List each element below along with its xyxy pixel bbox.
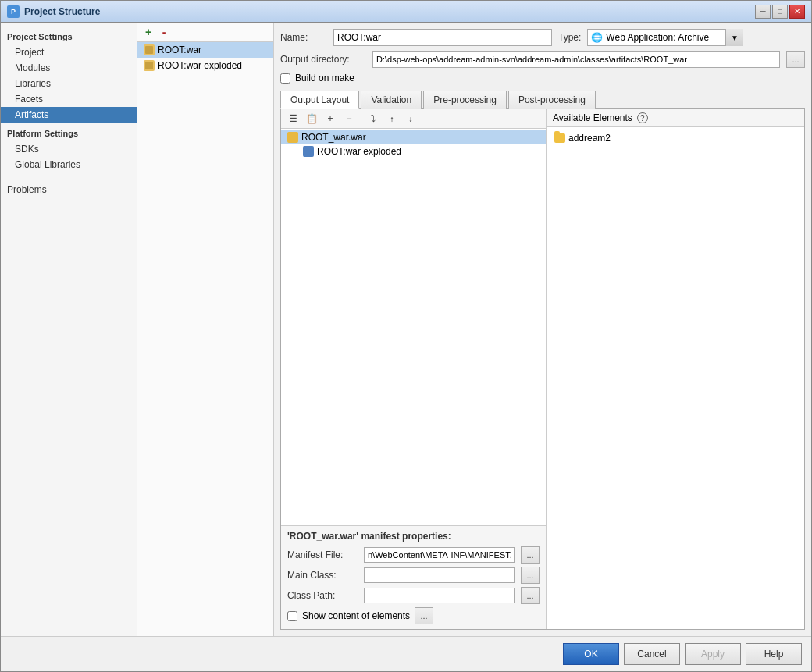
show-content-tree-button[interactable]: ☰ [284, 111, 301, 126]
type-dropdown-text: 🌐 Web Application: Archive [588, 32, 725, 43]
show-content-checkbox[interactable] [287, 611, 297, 621]
ok-button[interactable]: OK [563, 643, 619, 665]
tree-panel: ☰ 📋 + − ⤵ ↑ ↓ ROOT_war.war [281, 109, 547, 629]
class-path-browse-button[interactable]: ... [521, 587, 540, 604]
help-icon[interactable]: ? [637, 112, 648, 123]
tree-content: ROOT_war.war ROOT:war exploded [281, 129, 546, 525]
available-item-addream2[interactable]: addream2 [550, 130, 801, 146]
manifest-file-row: Manifest File: ... [287, 546, 540, 564]
remove-element-button[interactable]: − [340, 111, 358, 126]
project-structure-window: P Project Structure ─ □ ✕ Project Settin… [0, 0, 812, 672]
class-path-label: Class Path: [287, 590, 358, 601]
window-title: Project Structure [24, 6, 755, 17]
show-content-button[interactable]: ... [415, 607, 433, 624]
manifest-section: 'ROOT_war.war' manifest properties: Mani… [281, 525, 546, 629]
available-elements-panel: Available Elements ? addream2 [547, 109, 804, 629]
manifest-file-browse-button[interactable]: ... [521, 546, 540, 564]
tab-output-layout[interactable]: Output Layout [280, 91, 359, 109]
move-down-button[interactable]: ↓ [402, 111, 419, 126]
main-panel: Name: Type: 🌐 Web Application: Archive ▼… [274, 23, 811, 636]
apply-button[interactable]: Apply [685, 643, 741, 665]
name-input[interactable] [333, 29, 552, 46]
artifact-icon [144, 44, 155, 55]
sidebar-item-problems[interactable]: Problems [1, 182, 137, 197]
main-class-browse-button[interactable]: ... [521, 567, 540, 584]
minimize-button[interactable]: ─ [755, 5, 771, 19]
cancel-button[interactable]: Cancel [624, 643, 680, 665]
sidebar-item-artifacts[interactable]: Artifacts [1, 107, 137, 123]
manifest-title: 'ROOT_war.war' manifest properties: [287, 531, 540, 542]
available-elements-label: Available Elements [553, 112, 632, 123]
content-area: Project Settings Project Modules Librari… [1, 23, 811, 636]
close-button[interactable]: ✕ [789, 5, 805, 19]
tabs-bar: Output Layout Validation Pre-processing … [280, 90, 805, 109]
available-content: addream2 [547, 127, 804, 629]
name-label: Name: [280, 32, 327, 43]
build-on-make-row: Build on make [280, 73, 805, 84]
show-content-row: Show content of elements ... [287, 607, 540, 624]
project-settings-header: Project Settings [1, 29, 137, 44]
type-dropdown[interactable]: 🌐 Web Application: Archive ▼ [587, 29, 743, 46]
tab-validation[interactable]: Validation [361, 91, 422, 109]
maximize-button[interactable]: □ [772, 5, 788, 19]
tree-toolbar: ☰ 📋 + − ⤵ ↑ ↓ [281, 109, 546, 129]
output-dir-row: Output directory: ... [280, 51, 805, 68]
name-type-row: Name: Type: 🌐 Web Application: Archive ▼ [280, 29, 805, 46]
add-copy-button[interactable]: 📋 [303, 111, 320, 126]
sidebar-item-modules[interactable]: Modules [1, 60, 137, 76]
artifact-icon-exploded [144, 60, 155, 71]
sidebar-item-project[interactable]: Project [1, 44, 137, 60]
help-button[interactable]: Help [746, 643, 802, 665]
platform-settings-header: Platform Settings [1, 123, 137, 141]
output-dir-browse-button[interactable]: ... [786, 51, 805, 68]
class-path-row: Class Path: ... [287, 587, 540, 604]
artifact-list-panel: + - ROOT:war ROOT:war exploded [137, 23, 274, 636]
main-class-label: Main Class: [287, 570, 358, 581]
sidebar-item-facets[interactable]: Facets [1, 91, 137, 107]
sidebar-item-sdks[interactable]: SDKs [1, 141, 137, 157]
artifact-list: ROOT:war ROOT:war exploded [137, 42, 273, 636]
add-element-button[interactable]: + [322, 111, 339, 126]
main-class-input[interactable] [364, 567, 515, 583]
sidebar-item-libraries[interactable]: Libraries [1, 76, 137, 91]
add-artifact-button[interactable]: + [141, 24, 156, 40]
artifact-entry-root-war[interactable]: ROOT:war [137, 42, 273, 58]
type-dropdown-arrow[interactable]: ▼ [725, 29, 743, 46]
manifest-file-label: Manifest File: [287, 549, 358, 560]
module-icon [303, 146, 314, 157]
build-on-make-checkbox[interactable] [280, 73, 290, 84]
type-label: Type: [558, 32, 581, 43]
output-dir-input[interactable] [372, 51, 780, 68]
window-icon: P [7, 5, 20, 18]
output-panel: ☰ 📋 + − ⤵ ↑ ↓ ROOT_war.war [280, 109, 805, 630]
show-content-label: Show content of elements [302, 610, 410, 621]
title-bar: P Project Structure ─ □ ✕ [1, 1, 811, 23]
tree-item-root-war-exploded[interactable]: ROOT:war exploded [281, 144, 546, 158]
build-on-make-label: Build on make [295, 73, 354, 84]
remove-artifact-button[interactable]: - [156, 24, 172, 40]
output-dir-label: Output directory: [280, 54, 366, 65]
bottom-bar: OK Cancel Apply Help [1, 636, 811, 671]
tab-pre-processing[interactable]: Pre-processing [423, 91, 507, 109]
move-up-button[interactable]: ↑ [383, 111, 401, 126]
tab-post-processing[interactable]: Post-processing [508, 91, 596, 109]
manifest-file-input[interactable] [364, 547, 515, 563]
artifact-entry-root-war-exploded[interactable]: ROOT:war exploded [137, 58, 273, 73]
title-bar-controls: ─ □ ✕ [755, 5, 805, 19]
class-path-input[interactable] [364, 588, 515, 603]
artifact-list-toolbar: + - [137, 23, 273, 42]
move-into-button[interactable]: ⤵ [365, 111, 382, 126]
war-icon [287, 132, 298, 143]
toolbar-separator [361, 113, 361, 124]
sidebar: Project Settings Project Modules Librari… [1, 23, 137, 636]
sidebar-item-global-libraries[interactable]: Global Libraries [1, 157, 137, 172]
tree-item-root-war-war[interactable]: ROOT_war.war [281, 130, 546, 144]
main-class-row: Main Class: ... [287, 567, 540, 584]
available-elements-header: Available Elements ? [547, 109, 804, 127]
folder-icon [554, 133, 565, 143]
